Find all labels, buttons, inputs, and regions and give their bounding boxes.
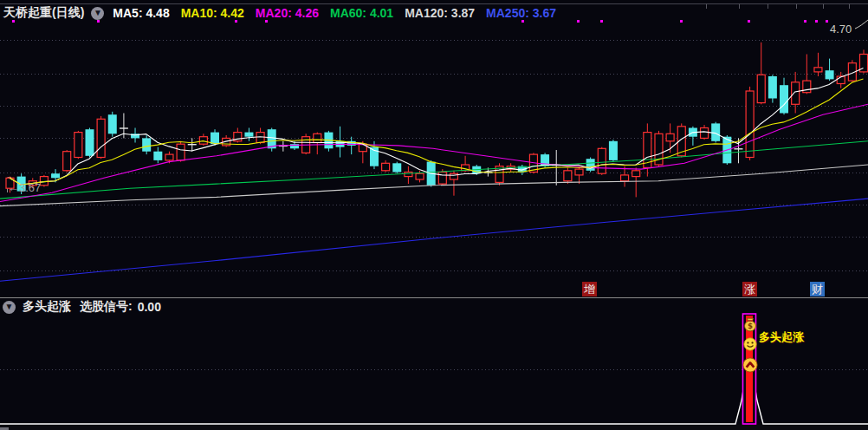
stock-title: 天桥起重(日线) bbox=[3, 5, 84, 21]
candlestick-chart-canvas[interactable] bbox=[0, 0, 868, 430]
ma-legend: MA5: 4.48MA10: 4.42MA20: 4.26MA60: 4.01M… bbox=[113, 6, 567, 20]
indicator-name: 多头起涨 bbox=[23, 299, 71, 315]
ma-legend-item: MA20: 4.26 bbox=[256, 6, 319, 20]
high-price-label: 4.70 bbox=[830, 23, 852, 36]
signal-field-value: 0.00 bbox=[138, 300, 161, 314]
marquee-badge[interactable]: 财 bbox=[810, 282, 825, 296]
marquee-badge[interactable]: 涨 bbox=[742, 282, 757, 296]
ma-legend-item: MA120: 3.87 bbox=[405, 6, 475, 20]
smiley-face-icon bbox=[743, 337, 757, 355]
left-price-marker-label: ←3.67 bbox=[8, 181, 41, 194]
money-bag-icon: $ bbox=[742, 316, 758, 336]
main-chart-header: 天桥起重(日线) ▼ MA5: 4.48MA10: 4.42MA20: 4.26… bbox=[3, 4, 567, 22]
chevron-up-circle-icon bbox=[742, 357, 758, 376]
stock-chart-app: 天桥起重(日线) ▼ MA5: 4.48MA10: 4.42MA20: 4.26… bbox=[0, 0, 868, 430]
ma-legend-item: MA5: 4.48 bbox=[113, 6, 169, 20]
bottom-strip bbox=[0, 425, 868, 430]
indicator-header: ▼ 多头起涨 选股信号: 0.00 bbox=[3, 298, 161, 316]
chevron-down-circle-icon[interactable]: ▼ bbox=[3, 301, 16, 314]
ma-legend-item: MA250: 3.67 bbox=[486, 6, 556, 20]
signal-field-label: 选股信号: bbox=[80, 299, 133, 315]
svg-text:$: $ bbox=[748, 322, 753, 330]
ma-legend-item: MA60: 4.01 bbox=[330, 6, 393, 20]
chevron-down-circle-icon[interactable]: ▼ bbox=[91, 7, 104, 20]
ma-legend-item: MA10: 4.42 bbox=[181, 6, 244, 20]
signal-event-label: 多头起涨 bbox=[759, 329, 804, 345]
marquee-badge[interactable]: 增 bbox=[582, 282, 597, 296]
